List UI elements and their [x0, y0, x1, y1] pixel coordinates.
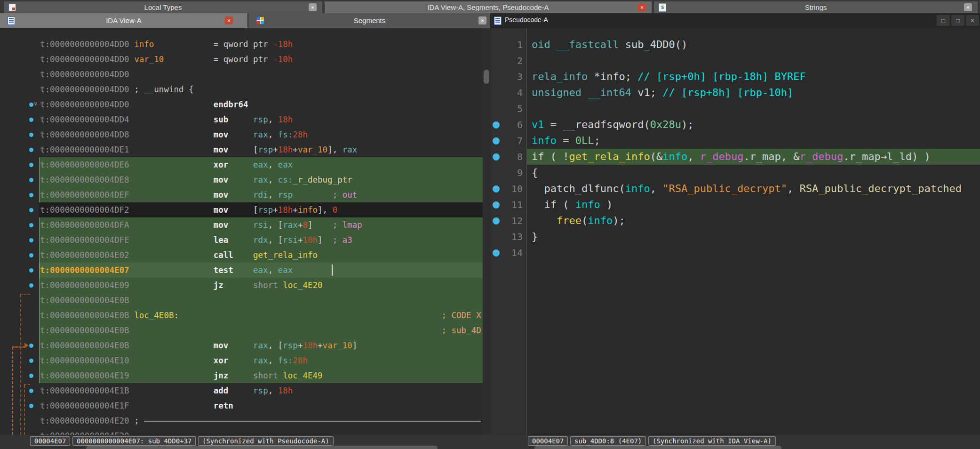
window-titlebar-ida-view[interactable]: IDA View-A ✕ [0, 13, 247, 28]
close-icon[interactable]: ✕ [638, 3, 646, 11]
line-number: 10 [501, 181, 523, 197]
asm-row[interactable]: t:0000000000004E1F retn [0, 398, 483, 413]
code-bullet-icon [29, 178, 33, 182]
code-bullet-icon [29, 283, 33, 288]
code-bullet-icon [29, 404, 33, 408]
line-number: 2 [501, 53, 523, 69]
tab-label: Local Types [4, 3, 322, 11]
close-icon[interactable]: ✕ [478, 16, 486, 24]
line-number: 11 [501, 197, 523, 213]
code-bullet-icon [29, 163, 33, 167]
line-number: 8 [501, 149, 523, 165]
asm-row[interactable]: t:0000000000004E0B [0, 293, 483, 308]
jump-arrowhead-icon [24, 343, 29, 348]
line-number: 3 [501, 69, 523, 85]
window-titlebar-pseudocode[interactable]: Pseudocode-A □ ❐ ✕ [491, 13, 980, 28]
asm-row[interactable]: t:0000000000004DD0 info = qword ptr -18h [0, 37, 483, 52]
line-number: 1 [501, 37, 523, 53]
asm-row[interactable]: t:0000000000004E20 ; [0, 413, 483, 428]
vertical-scrollbar[interactable] [483, 28, 491, 435]
asm-row[interactable]: t:0000000000004E20 [0, 428, 483, 435]
pseudocode-line[interactable]: 7info = 0LL; [491, 133, 980, 149]
code-bullet-icon [29, 133, 33, 137]
pseudocode-line[interactable]: 5 [491, 101, 980, 117]
status-box: 0000000000004E07: sub_4DD0+37 [72, 436, 196, 446]
asm-row[interactable]: t:0000000000004DF2 mov [rsp+18h+info], 0 [0, 202, 483, 217]
status-box: 00004E07 [30, 436, 70, 446]
code-bullet-icon [29, 193, 33, 197]
code-bullet-icon [29, 359, 33, 363]
line-number: 12 [501, 213, 523, 229]
asm-row[interactable]: t:0000000000004E10 xor rax, fs:28h [0, 353, 483, 368]
horizontal-scrollbar-thumb[interactable] [534, 446, 781, 449]
close-icon[interactable]: ✕ [309, 3, 317, 11]
asm-row[interactable]: t:0000000000004E0B ; sub_4D [0, 323, 483, 338]
pseudocode-line[interactable]: 13} [491, 229, 980, 245]
asm-row[interactable]: t:0000000000004E19 jnz short loc_4E49 [0, 368, 483, 383]
scrollbar-thumb[interactable] [484, 70, 489, 84]
pseudocode-icon [494, 16, 502, 25]
asm-row[interactable]: t:0000000000004E07 test eax, eax [0, 263, 483, 278]
code-bullet-icon [29, 238, 33, 242]
collapse-arrow-icon[interactable]: ∨ [34, 100, 37, 107]
tab-local-types[interactable]: Local Types✕ [4, 1, 322, 13]
pseudocode-view[interactable]: 1oid __fastcall sub_4DD0()23rela_info *i… [491, 28, 980, 435]
code-bullet-icon [29, 118, 33, 122]
tab-label: Strings [654, 3, 978, 11]
asm-row[interactable]: t:0000000000004DEF mov rdi, rsp ; out [0, 187, 483, 202]
pseudocode-line[interactable]: 1oid __fastcall sub_4DD0() [491, 37, 980, 53]
asm-row[interactable]: t:0000000000004E1B add rsp, 18h [0, 383, 483, 398]
line-number: 5 [501, 101, 523, 117]
code-bullet-icon [29, 208, 33, 212]
disassembly-view[interactable]: t:0000000000004DD0 info = qword ptr -18h… [0, 28, 483, 435]
tab-strings[interactable]: sStrings✕ [654, 1, 978, 13]
asm-row[interactable]: ∨t:0000000000004DD0 endbr64 [0, 97, 483, 112]
asm-row[interactable]: t:0000000000004DE1 mov [rsp+18h+var_10],… [0, 142, 483, 157]
code-bullet-icon [493, 249, 500, 257]
line-number: 14 [501, 245, 523, 261]
asm-row[interactable]: t:0000000000004E0B loc_4E0B: ; CODE X [0, 308, 483, 323]
restore-icon[interactable]: ❐ [951, 15, 964, 26]
pseudocode-line[interactable]: 10 patch_dlfunc(info, "RSA_public_decryp… [491, 181, 980, 197]
code-bullet-icon [29, 103, 33, 107]
maximize-icon[interactable]: □ [937, 15, 950, 26]
asm-row[interactable]: t:0000000000004DD0 [0, 67, 483, 82]
tab-ida-view-a-segments-pseudocode-a[interactable]: IDA View-A, Segments, Pseudocode-A✕ [325, 1, 652, 13]
pseudocode-line[interactable]: 8if ( !get_rela_info(&info, r_debug.r_ma… [491, 149, 980, 165]
asm-row[interactable]: t:0000000000004DD8 mov rax, fs:28h [0, 127, 483, 142]
asm-row[interactable]: t:0000000000004DD4 sub rsp, 18h [0, 112, 483, 127]
pseudocode-line[interactable]: 14 [491, 245, 980, 261]
window-title: Pseudocode-A [505, 16, 980, 24]
window-titlebar-segments[interactable]: Segments ✕ [248, 13, 491, 28]
pseudocode-line[interactable]: 11 if ( info ) [491, 197, 980, 213]
line-number: 13 [501, 229, 523, 245]
code-bullet-icon [29, 374, 33, 378]
close-icon[interactable]: ✕ [225, 16, 233, 24]
code-bullet-icon [29, 344, 33, 348]
asm-row[interactable]: t:0000000000004E09 jz short loc_4E20 [0, 278, 483, 293]
code-bullet-icon [493, 201, 500, 208]
asm-row[interactable]: t:0000000000004DE8 mov rax, cs:_r_debug_… [0, 172, 483, 187]
close-icon[interactable]: ✕ [964, 3, 972, 11]
asm-row[interactable]: t:0000000000004DE6 xor eax, eax [0, 157, 483, 172]
ida-pro-window: { "tabbar": { "tabs": [ {"label": "Local… [0, 0, 980, 449]
asm-row[interactable]: t:0000000000004E0B mov rax, [rsp+18h+var… [0, 338, 483, 353]
asm-row[interactable]: t:0000000000004DFA mov rsi, [rax+8] ; lm… [0, 217, 483, 233]
pseudocode-line[interactable]: 3rela_info *info; // [rsp+0h] [rbp-18h] … [491, 69, 980, 85]
pseudocode-line[interactable]: 2 [491, 53, 980, 69]
asm-row[interactable]: t:0000000000004DD0 ; __unwind { [0, 82, 483, 97]
asm-row[interactable]: t:0000000000004DD0 var_10 = qword ptr -1… [0, 52, 483, 67]
window-title: Segments [248, 16, 491, 24]
pseudocode-line[interactable]: 9{ [491, 165, 980, 181]
code-bullet-icon [493, 137, 500, 144]
asm-row[interactable]: t:0000000000004E02 call get_rela_info [0, 248, 483, 263]
pseudocode-line[interactable]: 4unsigned __int64 v1; // [rsp+8h] [rbp-1… [491, 85, 980, 101]
pseudocode-line[interactable]: 12 free(info); [491, 213, 980, 229]
tab-label: IDA View-A, Segments, Pseudocode-A [325, 3, 652, 11]
status-box: sub_4DD0:8 (4E07) [570, 436, 646, 446]
code-bullet-icon [29, 253, 33, 257]
asm-row[interactable]: t:0000000000004DFE lea rdx, [rsi+10h] ; … [0, 233, 483, 248]
pseudocode-line[interactable]: 6v1 = __readfsqword(0x28u); [491, 117, 980, 133]
horizontal-scrollbar-thumb[interactable] [86, 446, 438, 449]
close-icon[interactable]: ✕ [966, 15, 979, 26]
